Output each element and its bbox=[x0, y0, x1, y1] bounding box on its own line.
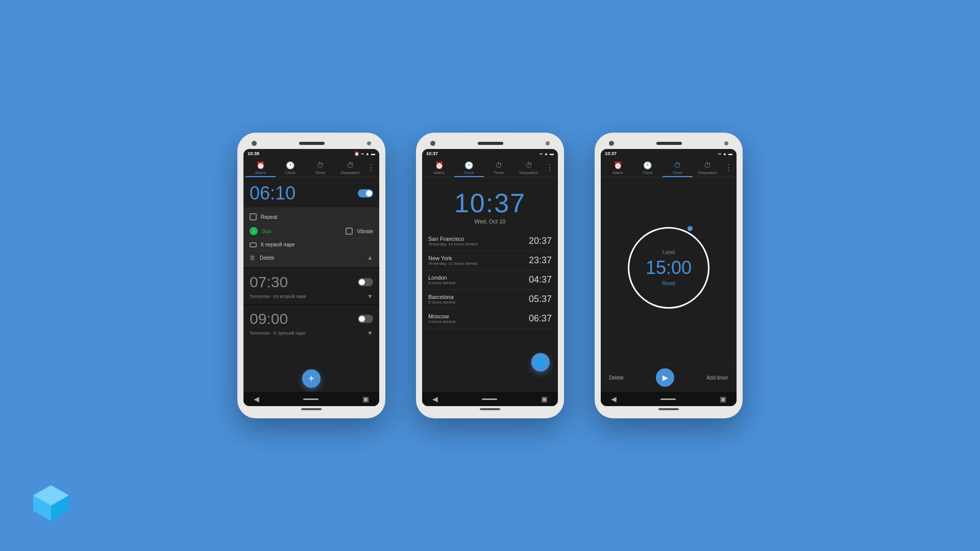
phone-speaker-timer bbox=[656, 142, 682, 145]
alarm-2-time: 07:30 bbox=[250, 273, 288, 291]
clock-timer-icon: ⏱ bbox=[495, 161, 502, 169]
clock-alarm-icon: ⏰ bbox=[435, 161, 444, 169]
tab-alarm-timer[interactable]: ⏱ Timer bbox=[305, 158, 335, 177]
clock-date-display: Wed, Oct 10 bbox=[428, 218, 552, 230]
timer-tab-icon: ⏱ bbox=[316, 161, 324, 169]
alarm-3-toggle[interactable] bbox=[358, 315, 373, 323]
sound-label: Gun bbox=[262, 229, 272, 234]
repeat-checkbox[interactable] bbox=[250, 213, 257, 220]
city-london: London bbox=[428, 274, 455, 281]
home-button-timer[interactable] bbox=[660, 398, 676, 400]
signal-icon-timer: ▲ bbox=[723, 152, 727, 156]
front-sensor bbox=[367, 141, 371, 145]
tab-alarm-clock[interactable]: 🕐 Clock bbox=[276, 158, 306, 177]
status-bar-timer: 10:37 ▪▪ ▲ ▬ bbox=[601, 149, 737, 158]
alarm-indicator: ⏰ bbox=[354, 152, 359, 156]
clock-clock-label: Clock bbox=[464, 170, 474, 175]
recents-button-alarm[interactable]: ▣ bbox=[362, 395, 369, 403]
back-button-clock[interactable]: ◀ bbox=[432, 395, 438, 403]
nap-row: К первой паре bbox=[250, 239, 373, 251]
timer-reset-button[interactable]: Reset bbox=[662, 281, 675, 286]
camera-sensor bbox=[252, 141, 257, 146]
back-button-timer[interactable]: ◀ bbox=[611, 395, 617, 403]
tab-timer-clock[interactable]: 🕐 Clock bbox=[633, 158, 663, 177]
clock-tab-icon: 🕐 bbox=[286, 161, 295, 169]
timer-stopwatch-label: Stopwatch bbox=[698, 170, 717, 175]
tab-clock-alarm[interactable]: ⏰ Alarm bbox=[424, 158, 454, 177]
more-options-alarm[interactable]: ⋮ bbox=[365, 163, 377, 172]
clock-timer-label: Timer bbox=[494, 170, 504, 175]
wifi-icon-timer: ▪▪ bbox=[718, 152, 721, 156]
more-options-clock[interactable]: ⋮ bbox=[544, 163, 556, 172]
alarm-screen-content: 06:10 Repeat ♪ Gun Vib bbox=[243, 178, 379, 392]
back-button-alarm[interactable]: ◀ bbox=[254, 395, 259, 403]
status-time-clock: 10:37 bbox=[426, 151, 438, 156]
phones-container: 10:38 ⏰ ▪▪ ▲ ▬ ⏰ Alarm 🕐 Clock bbox=[237, 133, 743, 418]
clock-stopwatch-icon: ⏱ bbox=[525, 161, 532, 169]
status-icons-timer: ▪▪ ▲ ▬ bbox=[718, 152, 732, 156]
status-time-timer: 10:37 bbox=[605, 151, 617, 156]
signal-icon: ▲ bbox=[365, 152, 370, 156]
list-item: Moscow 4 hours behind 06:37 bbox=[422, 309, 558, 329]
timer-delete-button[interactable]: Delete bbox=[609, 375, 624, 381]
logo-area bbox=[31, 483, 71, 525]
time-moscow: 06:37 bbox=[529, 313, 552, 324]
wc-barcelona: Barcelona 5 hours behind bbox=[428, 294, 455, 305]
home-button-clock[interactable] bbox=[482, 398, 497, 400]
tab-timer-stopwatch[interactable]: ⏱ Stopwatch bbox=[693, 158, 723, 177]
alarm-screen: 10:38 ⏰ ▪▪ ▲ ▬ ⏰ Alarm 🕐 Clock bbox=[243, 149, 379, 406]
timer-tab-label: Timer bbox=[315, 170, 325, 175]
sound-vibrate-row: ♪ Gun Vibrate bbox=[250, 224, 373, 239]
alarm-3-expand[interactable]: ▼ bbox=[367, 330, 373, 337]
clock-alarm-label: Alarm bbox=[434, 170, 445, 175]
tab-alarm-alarm[interactable]: ⏰ Alarm bbox=[246, 158, 276, 177]
recents-button-clock[interactable]: ▣ bbox=[541, 395, 548, 403]
timer-screen: 10:37 ▪▪ ▲ ▬ ⏰ Alarm 🕐 Clock ⏱ bbox=[601, 149, 737, 406]
timer-main-content: Label 15:00 Reset bbox=[601, 178, 737, 363]
info-london: 6 hours behind bbox=[428, 281, 455, 285]
clock-big-time-display: 10:37 bbox=[428, 188, 552, 218]
tab-timer-timer[interactable]: ⏱ Timer bbox=[663, 158, 693, 177]
tab-clock-timer[interactable]: ⏱ Timer bbox=[484, 158, 514, 177]
timer-circle: Label 15:00 Reset bbox=[628, 227, 709, 309]
collapse-icon[interactable]: ▲ bbox=[367, 254, 373, 261]
delete-row: 🗑 Delete ▲ bbox=[250, 251, 373, 264]
battery-icon-timer: ▬ bbox=[728, 152, 732, 156]
timer-add-button[interactable]: Add timer bbox=[706, 375, 728, 381]
alarm-2-expand[interactable]: ▼ bbox=[367, 293, 373, 300]
phone-speaker bbox=[299, 142, 325, 145]
nav-tabs-clock: ⏰ Alarm 🕐 Clock ⏱ Timer ⏱ Stopwatch ⋮ bbox=[422, 158, 558, 178]
more-options-timer[interactable]: ⋮ bbox=[722, 163, 734, 172]
list-item: San Francisco Yesterday, 14 hours behind… bbox=[422, 232, 558, 251]
add-world-clock-button[interactable]: 🌐 bbox=[531, 353, 550, 371]
wc-moscow: Moscow 4 hours behind bbox=[428, 313, 455, 324]
timer-play-button[interactable]: ▶ bbox=[656, 368, 674, 387]
time-london: 04:37 bbox=[529, 274, 552, 285]
nav-bottom-timer: ◀ ▣ bbox=[601, 392, 737, 406]
alarm-2-schedule: Tomorrow · Ко второй паре bbox=[250, 294, 306, 299]
vibrate-label: Vibrate bbox=[357, 229, 373, 234]
recents-button-timer[interactable]: ▣ bbox=[720, 395, 726, 403]
repeat-label: Repeat bbox=[261, 214, 277, 220]
camera-sensor-timer bbox=[609, 141, 614, 146]
home-button-alarm[interactable] bbox=[303, 398, 318, 400]
clock-screen-wrapper: 10:37 Wed, Oct 10 San Francisco Yesterda… bbox=[422, 178, 558, 392]
phone-top-bar-clock bbox=[422, 139, 558, 149]
tab-alarm-stopwatch[interactable]: ⏱ Stopwatch bbox=[335, 158, 365, 177]
alarm-1-time: 06:10 bbox=[250, 183, 296, 204]
timer-progress-dot bbox=[688, 226, 693, 231]
alarm-1-header: 06:10 bbox=[243, 178, 379, 207]
alarm-1-toggle[interactable] bbox=[358, 189, 373, 197]
tab-clock-clock[interactable]: 🕐 Clock bbox=[454, 158, 484, 177]
add-alarm-button[interactable]: + bbox=[302, 369, 321, 388]
list-item: Barcelona 5 hours behind 05:37 bbox=[422, 290, 558, 309]
tab-clock-stopwatch[interactable]: ⏱ Stopwatch bbox=[514, 158, 544, 177]
vibrate-checkbox[interactable] bbox=[346, 228, 353, 235]
camera-sensor-clock bbox=[430, 141, 435, 146]
city-moscow: Moscow bbox=[428, 313, 455, 319]
alarm-2-toggle[interactable] bbox=[358, 278, 373, 286]
tab-timer-alarm[interactable]: ⏰ Alarm bbox=[603, 158, 633, 177]
alarm-tab-label: Alarm bbox=[255, 170, 266, 175]
info-moscow: 4 hours behind bbox=[428, 319, 455, 324]
clock-clock-icon: 🕐 bbox=[464, 161, 473, 169]
